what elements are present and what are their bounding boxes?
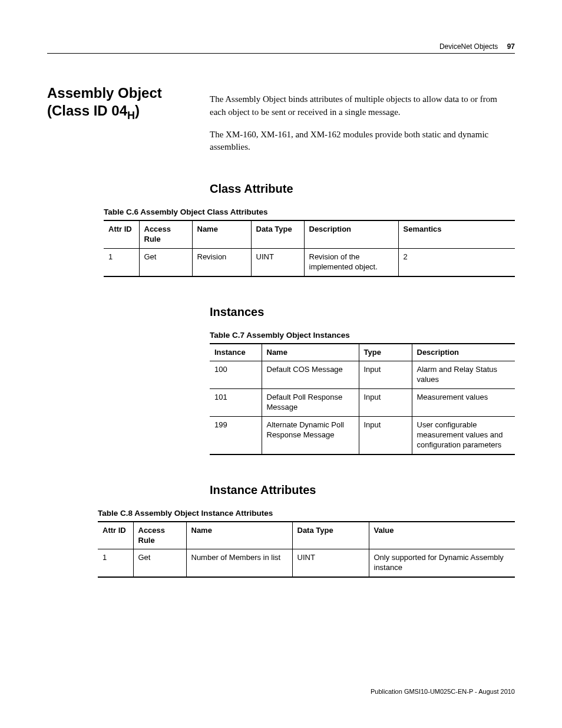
cell: User configurable measurement values and… (412, 417, 515, 454)
cell: Input (359, 361, 412, 389)
table-c7-wrapper: Table C.7 Assembly Object Instances Inst… (210, 331, 515, 455)
table-c8-caption: Table C.8 Assembly Object Instance Attri… (98, 509, 515, 518)
cell: Revision (192, 248, 251, 276)
cell: Input (359, 389, 412, 417)
cell: Input (359, 417, 412, 454)
cell: Number of Members in list (186, 549, 292, 577)
cell: Default Poll Response Message (262, 389, 359, 417)
th-access-rule: Access Rule (139, 220, 192, 248)
table-c6: Attr ID Access Rule Name Data Type Descr… (104, 220, 515, 277)
cell: Get (133, 549, 186, 577)
th-description: Description (304, 220, 398, 248)
table-row: 101 Default Poll Response Message Input … (210, 389, 515, 417)
th-attr-id: Attr ID (98, 522, 133, 549)
header-rule (47, 53, 515, 54)
table-row: 1 Get Revision UINT Revision of the impl… (104, 248, 515, 276)
table-header-row: Attr ID Access Rule Name Data Type Value (98, 522, 515, 549)
table-c7-caption: Table C.7 Assembly Object Instances (210, 331, 515, 340)
th-data-type: Data Type (292, 522, 369, 549)
table-header-row: Attr ID Access Rule Name Data Type Descr… (104, 220, 515, 248)
cell: Default COS Message (262, 361, 359, 389)
table-c6-caption: Table C.6 Assembly Object Class Attribut… (104, 207, 515, 216)
table-row: 100 Default COS Message Input Alarm and … (210, 361, 515, 389)
th-access-rule: Access Rule (133, 522, 186, 549)
th-semantics: Semantics (398, 220, 515, 248)
cell: Measurement values (412, 389, 515, 417)
header-page-number: 97 (500, 42, 515, 51)
th-instance: Instance (210, 344, 262, 361)
th-value: Value (369, 522, 515, 549)
page: DeviceNet Objects 97 Assembly Object (Cl… (0, 0, 562, 728)
left-column: Assembly Object (Class ID 04H) (47, 84, 193, 122)
cell: 2 (398, 248, 515, 276)
table-row: 199 Alternate Dynamic Poll Response Mess… (210, 417, 515, 454)
header-section: DeviceNet Objects (439, 42, 498, 51)
table-c8: Attr ID Access Rule Name Data Type Value… (98, 521, 515, 578)
th-type: Type (359, 344, 412, 361)
table-c8-wrapper: Table C.8 Assembly Object Instance Attri… (98, 509, 515, 578)
cell: 100 (210, 361, 262, 389)
cell: 1 (98, 549, 133, 577)
title-line2-prefix: (Class ID 04 (47, 103, 127, 118)
heading-instances: Instances (210, 305, 515, 319)
heading-instance-attributes: Instance Attributes (210, 483, 515, 497)
cell: 101 (210, 389, 262, 417)
running-header: DeviceNet Objects 97 (47, 42, 515, 51)
th-description: Description (412, 344, 515, 361)
th-name: Name (192, 220, 251, 248)
cell: UINT (251, 248, 304, 276)
cell: Get (139, 248, 192, 276)
th-attr-id: Attr ID (104, 220, 139, 248)
th-data-type: Data Type (251, 220, 304, 248)
footer-publication: Publication GMSI10-UM025C-EN-P - August … (371, 688, 515, 695)
intro-paragraph-2: The XM-160, XM-161, and XM-162 modules p… (210, 129, 515, 154)
cell: Only supported for Dynamic Assembly inst… (369, 549, 515, 577)
table-row: 1 Get Number of Members in list UINT Onl… (98, 549, 515, 577)
cell: Revision of the implemented object. (304, 248, 398, 276)
th-name: Name (262, 344, 359, 361)
right-column: The Assembly Object binds attributes of … (210, 84, 515, 578)
two-column-block: Assembly Object (Class ID 04H) The Assem… (47, 84, 515, 578)
cell: UINT (292, 549, 369, 577)
cell: 1 (104, 248, 139, 276)
table-header-row: Instance Name Type Description (210, 344, 515, 361)
title-subscript: H (127, 110, 135, 121)
th-name: Name (186, 522, 292, 549)
cell: Alternate Dynamic Poll Response Message (262, 417, 359, 454)
table-c6-wrapper: Table C.6 Assembly Object Class Attribut… (104, 207, 515, 277)
cell: 199 (210, 417, 262, 454)
title-line1: Assembly Object (47, 85, 162, 101)
heading-class-attribute: Class Attribute (210, 182, 515, 196)
cell: Alarm and Relay Status values (412, 361, 515, 389)
page-title: Assembly Object (Class ID 04H) (47, 84, 193, 122)
intro-paragraph-1: The Assembly Object binds attributes of … (210, 93, 515, 119)
table-c7: Instance Name Type Description 100 Defau… (210, 343, 515, 455)
title-line2-suffix: ) (135, 103, 140, 118)
